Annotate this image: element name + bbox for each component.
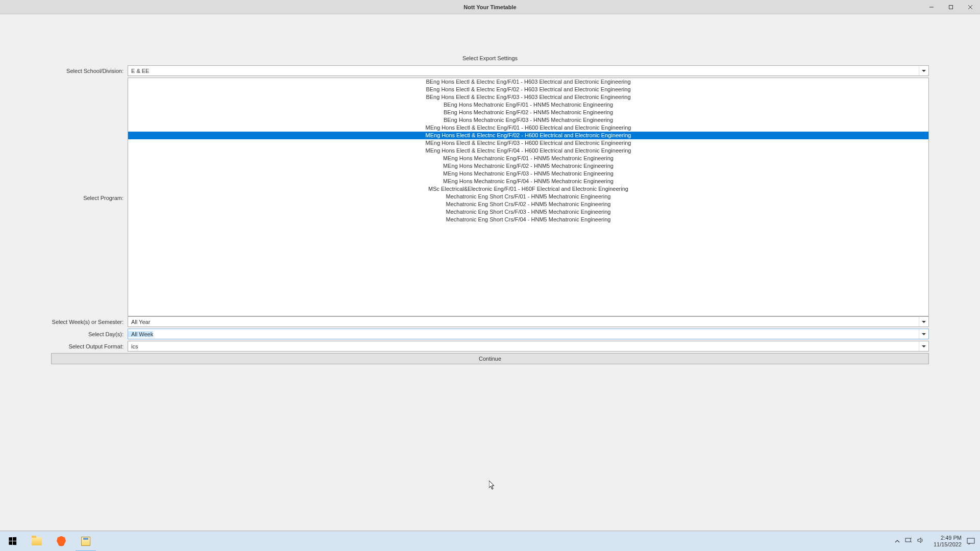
brave-icon — [57, 536, 66, 546]
start-button[interactable] — [0, 531, 24, 552]
close-icon — [968, 5, 973, 10]
program-list-item[interactable]: MEng Hons Electl & Electnc Eng/F/03 - H6… — [128, 139, 928, 147]
day-row: Select Day(s): All Week — [51, 329, 929, 339]
week-row: Select Week(s) or Semester: All Year — [51, 316, 929, 327]
system-tray: 2:49 PM 11/15/2022 — [890, 531, 980, 551]
program-list-item[interactable]: MEng Hons Mechatronic Eng/F/04 - HNM5 Me… — [128, 178, 928, 185]
format-combobox[interactable]: ics — [128, 341, 929, 352]
taskbar: 2:49 PM 11/15/2022 — [0, 531, 980, 551]
chevron-down-icon[interactable] — [919, 66, 928, 76]
day-combobox[interactable]: All Week — [128, 329, 929, 339]
clock-date: 11/15/2022 — [934, 541, 962, 548]
chevron-up-icon[interactable] — [895, 538, 900, 545]
tray-icons — [890, 537, 929, 545]
program-list-item[interactable]: BEng Hons Electl & Electnc Eng/F/01 - H6… — [128, 78, 928, 86]
taskbar-app-current[interactable] — [74, 531, 98, 552]
program-list-item[interactable]: Mechatronic Eng Short Crs/F/03 - HNM5 Me… — [128, 208, 928, 216]
program-list-item[interactable]: BEng Hons Mechatronic Eng/F/02 - HNM5 Me… — [128, 109, 928, 116]
windows-logo-icon — [9, 537, 16, 545]
program-list-item[interactable]: Mechatronic Eng Short Crs/F/04 - HNM5 Me… — [128, 216, 928, 223]
window-titlebar: Nott Your Timetable — [0, 0, 980, 14]
format-row: Select Output Format: ics — [51, 341, 929, 352]
svg-rect-4 — [905, 538, 911, 542]
program-list-item[interactable]: Mechatronic Eng Short Crs/F/01 - HNM5 Me… — [128, 193, 928, 201]
program-list-item[interactable]: MEng Hons Mechatronic Eng/F/03 - HNM5 Me… — [128, 170, 928, 178]
chevron-down-icon[interactable] — [919, 341, 928, 351]
format-label: Select Output Format: — [51, 343, 128, 349]
svg-line-6 — [911, 541, 912, 542]
svg-line-5 — [911, 538, 912, 539]
program-list-item[interactable]: MSc Electrical&Electronic Eng/F/01 - H60… — [128, 185, 928, 193]
taskbar-app-explorer[interactable] — [24, 531, 49, 552]
chevron-down-icon[interactable] — [919, 329, 928, 339]
content-area: Select Export Settings Select School/Div… — [0, 14, 980, 364]
day-value: All Week — [128, 331, 153, 337]
taskbar-clock[interactable]: 2:49 PM 11/15/2022 — [929, 535, 966, 548]
program-list-item[interactable]: BEng Hons Mechatronic Eng/F/01 - HNM5 Me… — [128, 101, 928, 109]
chevron-down-icon[interactable] — [919, 317, 928, 327]
clock-time: 2:49 PM — [934, 535, 962, 541]
notifications-button[interactable] — [966, 538, 976, 545]
minimize-icon — [929, 5, 934, 10]
notification-icon — [967, 538, 975, 545]
program-list-item[interactable]: MEng Hons Electl & Electnc Eng/F/02 - H6… — [128, 132, 928, 139]
program-list-item[interactable]: BEng Hons Electl & Electnc Eng/F/03 - H6… — [128, 93, 928, 101]
program-list-item[interactable]: BEng Hons Mechatronic Eng/F/03 - HNM5 Me… — [128, 116, 928, 124]
taskbar-app-brave[interactable] — [49, 531, 74, 552]
school-row: Select School/Division: E & EE — [51, 65, 929, 76]
close-button[interactable] — [961, 0, 980, 14]
program-listbox[interactable]: BEng Hons Electl & Electnc Eng/F/01 - H6… — [128, 78, 929, 316]
school-combobox[interactable]: E & EE — [128, 65, 929, 76]
day-label: Select Day(s): — [51, 331, 128, 337]
program-row: Select Program: BEng Hons Electl & Elect… — [51, 78, 929, 316]
svg-rect-1 — [949, 5, 953, 9]
maximize-button[interactable] — [941, 0, 961, 14]
volume-icon[interactable] — [917, 537, 924, 545]
format-value: ics — [128, 343, 138, 349]
week-value: All Year — [128, 319, 150, 325]
program-list-item[interactable]: MEng Hons Mechatronic Eng/F/01 - HNM5 Me… — [128, 155, 928, 162]
continue-button[interactable]: Continue — [51, 353, 929, 364]
week-label: Select Week(s) or Semester: — [51, 319, 128, 325]
school-label: Select School/Division: — [51, 68, 128, 74]
page-heading: Select Export Settings — [51, 55, 929, 61]
minimize-button[interactable] — [922, 0, 941, 14]
program-list-item[interactable]: MEng Hons Mechatronic Eng/F/02 - HNM5 Me… — [128, 162, 928, 170]
folder-icon — [32, 537, 42, 545]
week-combobox[interactable]: All Year — [128, 316, 929, 327]
program-list-item[interactable]: Mechatronic Eng Short Crs/F/02 - HNM5 Me… — [128, 201, 928, 208]
svg-rect-7 — [967, 538, 974, 543]
maximize-icon — [948, 5, 953, 10]
program-list-item[interactable]: BEng Hons Electl & Electnc Eng/F/02 - H6… — [128, 86, 928, 93]
network-icon[interactable] — [905, 537, 912, 545]
app-icon — [81, 537, 90, 546]
program-list-item[interactable]: MEng Hons Electl & Electnc Eng/F/01 - H6… — [128, 124, 928, 132]
window-title: Nott Your Timetable — [463, 4, 516, 10]
mouse-cursor-icon — [489, 481, 496, 490]
program-list-item[interactable]: MEng Hons Electl & Electnc Eng/F/04 - H6… — [128, 147, 928, 155]
program-label: Select Program: — [51, 78, 128, 201]
school-value: E & EE — [128, 68, 149, 74]
window-controls — [922, 0, 980, 14]
